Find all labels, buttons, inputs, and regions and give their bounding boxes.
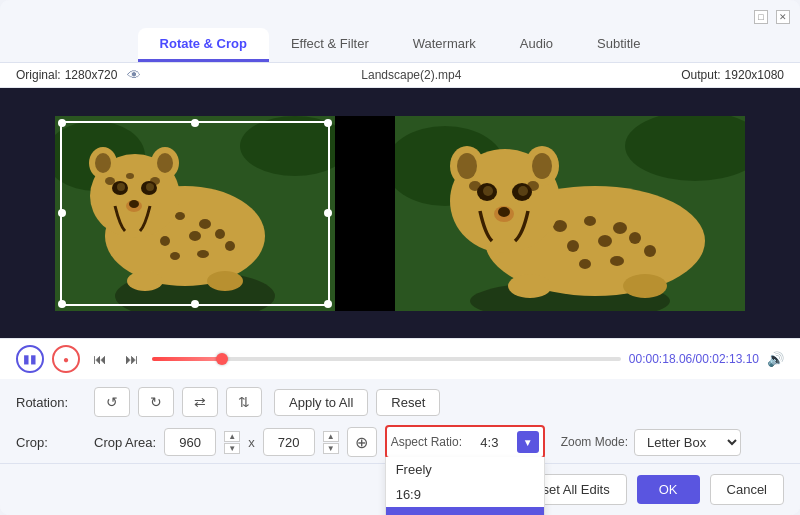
close-button[interactable]: ✕ bbox=[776, 10, 790, 24]
svg-point-6 bbox=[175, 212, 185, 220]
svg-point-55 bbox=[469, 181, 481, 191]
flip-vertical-button[interactable]: ⇅ bbox=[226, 387, 262, 417]
svg-point-8 bbox=[160, 236, 170, 246]
rotate-right-button[interactable]: ↻ bbox=[138, 387, 174, 417]
svg-point-29 bbox=[207, 271, 243, 291]
skip-forward-button[interactable]: ⏭ bbox=[120, 347, 144, 371]
reset-button[interactable]: Reset bbox=[376, 389, 440, 416]
output-label: Output: bbox=[681, 68, 720, 82]
progress-thumb[interactable] bbox=[216, 353, 228, 365]
svg-point-39 bbox=[598, 235, 612, 247]
skip-back-button[interactable]: ⏮ bbox=[88, 347, 112, 371]
playback-bar: ▮▮ ● ⏮ ⏭ 00:00:18.06/00:02:13.10 🔊 bbox=[0, 338, 800, 379]
cheetah-preview-left bbox=[55, 116, 335, 311]
svg-point-26 bbox=[150, 177, 160, 185]
svg-point-48 bbox=[518, 186, 528, 196]
svg-point-22 bbox=[95, 153, 111, 173]
video-right-panel bbox=[395, 116, 745, 311]
rotation-label: Rotation: bbox=[16, 395, 86, 410]
crop-row: Crop: Crop Area: 960 ▲ ▼ x 720 ▲ ▼ ⊕ Asp… bbox=[16, 425, 784, 459]
eye-icon[interactable]: 👁 bbox=[127, 67, 141, 83]
preview-area bbox=[0, 88, 800, 338]
svg-point-40 bbox=[629, 232, 641, 244]
progress-bar[interactable] bbox=[152, 357, 621, 361]
progress-fill bbox=[152, 357, 222, 361]
volume-icon[interactable]: 🔊 bbox=[767, 351, 784, 367]
svg-point-13 bbox=[225, 241, 235, 251]
width-up-button[interactable]: ▲ bbox=[224, 431, 240, 442]
svg-point-37 bbox=[613, 222, 627, 234]
svg-point-11 bbox=[170, 252, 180, 260]
info-bar: Original: 1280x720 👁 Landscape(2).mp4 Ou… bbox=[0, 63, 800, 88]
zoom-mode-group: Zoom Mode: Letter Box Pan & Scan Full bbox=[561, 429, 741, 456]
main-window: □ ✕ Rotate & Crop Effect & Filter Waterm… bbox=[0, 0, 800, 515]
video-container bbox=[0, 88, 800, 338]
original-size: 1280x720 bbox=[65, 68, 118, 82]
svg-point-12 bbox=[197, 250, 209, 258]
svg-point-57 bbox=[508, 274, 552, 298]
aspect-ratio-container: Aspect Ratio: 4:3 ▼ Freely 16:9 4:3 1:1 … bbox=[385, 425, 545, 459]
aspect-option-freely[interactable]: Freely bbox=[386, 457, 544, 482]
dimension-separator: x bbox=[248, 435, 255, 450]
tab-subtitle[interactable]: Subtitle bbox=[575, 28, 662, 62]
flip-horizontal-button[interactable]: ⇄ bbox=[182, 387, 218, 417]
minimize-button[interactable]: □ bbox=[754, 10, 768, 24]
width-down-button[interactable]: ▼ bbox=[224, 443, 240, 454]
apply-to-all-button[interactable]: Apply to All bbox=[274, 389, 368, 416]
svg-point-25 bbox=[105, 177, 115, 185]
ok-button[interactable]: OK bbox=[637, 475, 700, 504]
height-spinner: ▲ ▼ bbox=[323, 431, 339, 454]
aspect-option-4-3[interactable]: 4:3 bbox=[386, 507, 544, 515]
svg-point-54 bbox=[532, 153, 552, 179]
cancel-button[interactable]: Cancel bbox=[710, 474, 784, 505]
height-up-button[interactable]: ▲ bbox=[323, 431, 339, 442]
record-button[interactable]: ● bbox=[52, 345, 80, 373]
svg-point-20 bbox=[129, 200, 139, 208]
aspect-ratio-dropdown-button[interactable]: ▼ bbox=[517, 431, 539, 453]
width-spinner: ▲ ▼ bbox=[224, 431, 240, 454]
svg-point-24 bbox=[157, 153, 173, 173]
filename-label: Landscape(2).mp4 bbox=[361, 68, 461, 82]
aspect-ratio-label: Aspect Ratio: bbox=[391, 435, 462, 449]
original-label: Original: bbox=[16, 68, 61, 82]
aspect-ratio-options: Freely 16:9 4:3 1:1 9:16 bbox=[385, 457, 545, 515]
output-size: 1920x1080 bbox=[725, 68, 784, 82]
video-left-panel bbox=[55, 116, 335, 311]
crop-height-input[interactable]: 720 bbox=[263, 428, 315, 456]
rotate-left-button[interactable]: ↺ bbox=[94, 387, 130, 417]
svg-point-41 bbox=[579, 259, 591, 269]
aspect-option-16-9[interactable]: 16:9 bbox=[386, 482, 544, 507]
crop-area-label: Crop Area: bbox=[94, 435, 156, 450]
title-bar: □ ✕ bbox=[0, 0, 800, 28]
svg-point-56 bbox=[527, 181, 539, 191]
svg-point-50 bbox=[498, 207, 510, 217]
svg-point-7 bbox=[199, 219, 211, 229]
zoom-mode-label: Zoom Mode: bbox=[561, 435, 628, 449]
svg-point-43 bbox=[644, 245, 656, 257]
pause-button[interactable]: ▮▮ bbox=[16, 345, 44, 373]
tab-audio[interactable]: Audio bbox=[498, 28, 575, 62]
svg-point-9 bbox=[189, 231, 201, 241]
crop-label: Crop: bbox=[16, 435, 86, 450]
crop-width-input[interactable]: 960 bbox=[164, 428, 216, 456]
height-down-button[interactable]: ▼ bbox=[323, 443, 339, 454]
video-separator bbox=[335, 116, 395, 311]
tab-rotate-crop[interactable]: Rotate & Crop bbox=[138, 28, 269, 62]
tab-bar: Rotate & Crop Effect & Filter Watermark … bbox=[0, 28, 800, 63]
svg-point-17 bbox=[117, 183, 125, 191]
time-display: 00:00:18.06/00:02:13.10 bbox=[629, 352, 759, 366]
svg-point-36 bbox=[584, 216, 596, 226]
rotation-row: Rotation: ↺ ↻ ⇄ ⇅ Apply to All Reset bbox=[16, 387, 784, 417]
tab-watermark[interactable]: Watermark bbox=[391, 28, 498, 62]
center-crop-button[interactable]: ⊕ bbox=[347, 427, 377, 457]
svg-point-47 bbox=[483, 186, 493, 196]
svg-point-58 bbox=[623, 274, 667, 298]
svg-point-28 bbox=[127, 271, 163, 291]
svg-point-52 bbox=[457, 153, 477, 179]
svg-point-27 bbox=[126, 173, 134, 179]
zoom-mode-select[interactable]: Letter Box Pan & Scan Full bbox=[634, 429, 741, 456]
aspect-ratio-header: Aspect Ratio: 4:3 ▼ bbox=[391, 431, 539, 453]
tab-effect-filter[interactable]: Effect & Filter bbox=[269, 28, 391, 62]
svg-point-10 bbox=[215, 229, 225, 239]
controls-section: Rotation: ↺ ↻ ⇄ ⇅ Apply to All Reset Cro… bbox=[0, 379, 800, 463]
